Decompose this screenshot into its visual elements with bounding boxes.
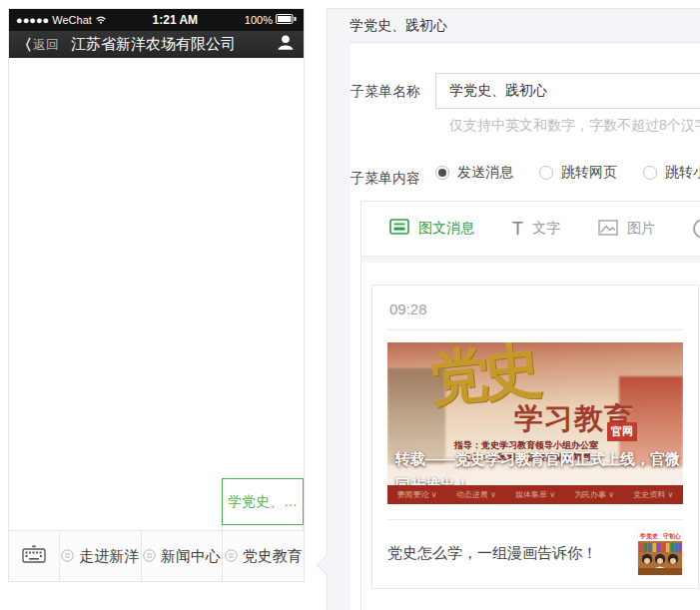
content-type-radio-group: 发送消息 跳转网页 跳转小程 <box>435 164 700 182</box>
panel-title: 学党史、践初心 <box>328 9 700 42</box>
radio-send-message[interactable]: 发送消息 <box>435 164 513 182</box>
status-time: 1:21 AM <box>110 13 241 27</box>
submenu-name-input[interactable] <box>435 73 700 109</box>
tab-label: 图片 <box>627 220 655 238</box>
clipped-tab-icon[interactable] <box>693 219 700 239</box>
submenu-item-selected[interactable]: 学党史、… <box>222 478 304 525</box>
image-icon <box>598 220 618 239</box>
keyboard-icon <box>22 545 46 567</box>
tab-label: 图文消息 <box>418 220 474 238</box>
secondary-article-title: 党史怎么学，一组漫画告诉你！ <box>387 544 627 563</box>
tab-text[interactable]: T 文字 <box>512 220 560 238</box>
banner-nav-item: 媒体集萃 ∨ <box>515 489 555 500</box>
menu-item-label: 党史教育 <box>243 547 303 566</box>
tab-label: 文字 <box>532 220 560 238</box>
menu-item-2[interactable]: 新闻中心 <box>142 531 224 581</box>
contact-person-icon[interactable] <box>276 33 296 57</box>
phone-nav-bar: 〈 返回 江苏省新洋农场有限公司 <box>9 31 304 58</box>
message-preview-area: 09:28 党史 学习教育 官网 指导：党史学习教育领导小组办公室 主办：人民网… <box>361 263 700 589</box>
radio-jump-miniprogram[interactable]: 跳转小程 <box>643 164 700 182</box>
edit-panel: 学党史、践初心 子菜单名称 仅支持中英文和数字，字数不超过8个汉字或 子菜单内容… <box>327 8 700 610</box>
phone-status-bar: ●●●●● WeChat 1:21 AM 100% <box>9 9 304 31</box>
menu-item-3[interactable]: 党史教育 <box>223 531 304 581</box>
card-divider <box>387 329 683 330</box>
rich-media-icon <box>389 219 409 239</box>
menu-editor-page: ●●●●● WeChat 1:21 AM 100% 〈 返回 江苏省新洋农场有限… <box>0 0 700 610</box>
phone-preview: ●●●●● WeChat 1:21 AM 100% 〈 返回 江苏省新洋农场有限… <box>8 8 305 582</box>
banner-nav-item: 党史资料 ∨ <box>633 489 673 500</box>
banner-nav-item: 动态进展 ∨ <box>456 489 496 500</box>
menu-circle-icon <box>143 548 156 565</box>
text-T-icon: T <box>512 220 523 238</box>
menu-circle-icon <box>61 548 74 565</box>
name-field-hint: 仅支持中英文和数字，字数不超过8个汉字或 <box>449 117 700 135</box>
radio-label: 跳转网页 <box>561 164 617 182</box>
menu-item-1[interactable]: 走进新洋 <box>60 531 142 581</box>
radio-dot-selected <box>435 166 449 180</box>
radio-dot <box>539 166 553 180</box>
battery-icon <box>276 14 297 26</box>
menu-item-label: 新闻中心 <box>161 547 221 566</box>
back-button[interactable]: 返回 <box>33 36 59 54</box>
panel-callout-arrow <box>317 554 340 577</box>
thumb-tag-1: 学党史 <box>640 532 658 540</box>
menu-item-label: 走进新洋 <box>79 547 139 566</box>
article-thumbnail: 学党史 守初心 <box>637 530 683 576</box>
editor-tab-bar: 图文消息 T 文字 图片 <box>361 202 700 257</box>
menu-circle-icon <box>225 548 238 565</box>
cover-article[interactable]: 党史 学习教育 官网 指导：党史学习教育领导小组办公室 主办：人民网·中国共产党… <box>387 342 683 504</box>
radio-label: 发送消息 <box>457 164 513 182</box>
back-chevron-icon[interactable]: 〈 <box>17 37 32 52</box>
banner-nav-strip: 要闻要论 ∨ 动态进展 ∨ 媒体集萃 ∨ 为民办事 ∨ 党史资料 ∨ <box>387 485 683 504</box>
account-title: 江苏省新洋农场有限公司 <box>71 35 276 54</box>
wifi-icon <box>96 14 106 26</box>
message-editor-box: 图文消息 T 文字 图片 <box>360 201 700 610</box>
message-card: 09:28 党史 学习教育 官网 指导：党史学习教育领导小组办公室 主办：人民网… <box>371 285 699 589</box>
radio-dot <box>643 166 657 180</box>
radio-jump-webpage[interactable]: 跳转网页 <box>539 164 617 182</box>
content-field-label: 子菜单内容 <box>350 170 420 188</box>
banner-nav-item: 为民办事 ∨ <box>574 489 614 500</box>
name-field-label: 子菜单名称 <box>350 83 420 101</box>
message-time: 09:28 <box>387 299 683 329</box>
banner-nav-item: 要闻要论 ∨ <box>397 489 437 500</box>
battery-percent: 100% <box>245 14 273 26</box>
carrier-label: ●●●●● WeChat <box>16 14 92 26</box>
thumb-tag-2: 守初心 <box>663 532 681 540</box>
keyboard-toggle[interactable] <box>9 531 60 581</box>
phone-menu-bar: 走进新洋 新闻中心 党史教育 <box>9 530 304 581</box>
tab-image[interactable]: 图片 <box>598 220 655 239</box>
panel-content: 子菜单名称 仅支持中英文和数字，字数不超过8个汉字或 子菜单内容 发送消息 跳转… <box>350 43 700 610</box>
radio-label: 跳转小程 <box>665 164 700 182</box>
tab-rich-media[interactable]: 图文消息 <box>389 219 474 239</box>
chat-body: 学党史、… + <box>9 58 304 531</box>
secondary-article[interactable]: 党史怎么学，一组漫画告诉你！ 学党史 守初心 <box>387 520 683 588</box>
